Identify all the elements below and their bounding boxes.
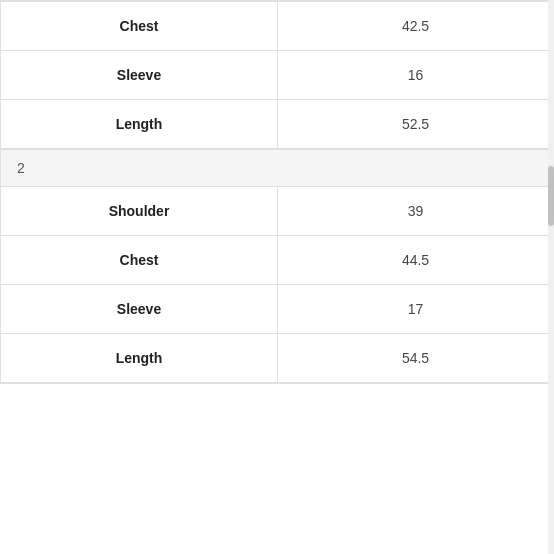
table-row: Chest42.5	[1, 1, 553, 51]
table-row: Chest44.5	[1, 236, 553, 285]
table-row: Sleeve16	[1, 51, 553, 100]
cell-value: 42.5	[278, 2, 553, 50]
page-container: Chest42.5Sleeve16Length52.52Shoulder39Ch…	[0, 0, 554, 384]
table-row: Length52.5	[1, 100, 553, 149]
table-row: Length54.5	[1, 334, 553, 383]
cell-label: Length	[1, 334, 278, 382]
table-row: Shoulder39	[1, 187, 553, 236]
size-table: Chest42.5Sleeve16Length52.52Shoulder39Ch…	[0, 0, 554, 384]
cell-label: Length	[1, 100, 278, 148]
cell-value: 17	[278, 285, 553, 333]
cell-value: 44.5	[278, 236, 553, 284]
cell-label: Sleeve	[1, 51, 278, 99]
cell-value: 54.5	[278, 334, 553, 382]
scrollbar-thumb[interactable]	[548, 166, 554, 226]
cell-label: Chest	[1, 236, 278, 284]
table-row: Sleeve17	[1, 285, 553, 334]
cell-label: Shoulder	[1, 187, 278, 235]
cell-label: Chest	[1, 2, 278, 50]
cell-value: 52.5	[278, 100, 553, 148]
scrollbar[interactable]	[548, 0, 554, 554]
group-header-1: 2	[1, 149, 553, 187]
cell-value: 39	[278, 187, 553, 235]
cell-label: Sleeve	[1, 285, 278, 333]
cell-value: 16	[278, 51, 553, 99]
